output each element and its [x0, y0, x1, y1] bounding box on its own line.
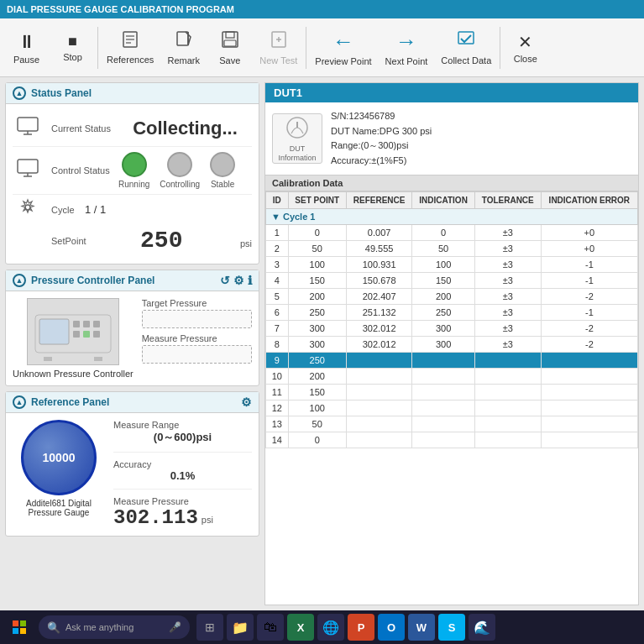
- table-row[interactable]: 3100100.931100±3-1: [266, 257, 638, 273]
- dut-details: S/N:123456789 DUT Name:DPG 300 psi Range…: [331, 109, 432, 168]
- svg-rect-12: [18, 118, 38, 131]
- save-label: Save: [219, 55, 240, 65]
- outlook-icon: O: [387, 621, 395, 634]
- svg-rect-24: [73, 331, 80, 338]
- gauge-name: Additel681 Digital Pressure Gauge: [13, 499, 105, 517]
- mic-icon: 🎤: [169, 621, 181, 633]
- word-icon: W: [416, 621, 427, 634]
- table-row[interactable]: 25049.55550±3+0: [266, 241, 638, 257]
- powerpoint-button[interactable]: P: [348, 614, 374, 641]
- start-button[interactable]: [7, 615, 32, 640]
- store-button[interactable]: 🛍: [257, 614, 284, 641]
- taskbar-search[interactable]: 🔍 Ask me anything 🎤: [39, 615, 190, 639]
- current-status-label: Current Status: [51, 123, 118, 134]
- unknown-app-button[interactable]: 🌊: [469, 614, 495, 641]
- ref-measure-unit: psi: [202, 515, 213, 525]
- calibration-table-body: ▼ Cycle 1100.0070±3+025049.55550±3+03100…: [266, 209, 638, 448]
- table-row[interactable]: 100.0070±3+0: [266, 225, 638, 241]
- remark-label: Remark: [168, 55, 201, 65]
- accuracy-section: Accuracy 0.1%: [113, 459, 252, 482]
- pressure-controller-panel: ▲ Pressure Controller Panel ↺ ⚙ ℹ: [5, 270, 259, 386]
- remark-button[interactable]: Remark: [160, 18, 207, 76]
- search-placeholder: Ask me anything: [65, 622, 134, 632]
- control-status-label: Control Status: [51, 165, 118, 175]
- target-pressure-field: Target Pressure: [142, 298, 252, 328]
- target-pressure-label: Target Pressure: [142, 298, 252, 308]
- close-button[interactable]: ✕ Close: [502, 18, 548, 76]
- table-row[interactable]: 140: [266, 432, 638, 448]
- ref-panel-header: ▲ Reference Panel ⚙: [6, 392, 259, 413]
- dut-range: Range:(0～300)psi: [331, 139, 432, 154]
- pc-panel-body: Unknown Pressure Controller Target Press…: [6, 291, 259, 385]
- pc-refresh-icon[interactable]: ↺: [220, 274, 230, 287]
- table-row[interactable]: 5200202.407200±3-2: [266, 289, 638, 305]
- toolbar-divider-2: [306, 27, 306, 69]
- calibration-data-header: Calibration Data: [265, 175, 638, 191]
- next-point-button[interactable]: → Next Point: [379, 18, 435, 76]
- setpoint-unit: psi: [240, 238, 252, 249]
- preview-point-button[interactable]: ← Preview Point: [308, 18, 378, 76]
- task-view-button[interactable]: ⊞: [196, 614, 223, 641]
- running-indicator: Running: [118, 152, 149, 189]
- stop-icon: ■: [68, 33, 77, 50]
- new-test-button[interactable]: New Test: [253, 18, 304, 76]
- collect-data-icon: [457, 30, 475, 54]
- stable-circle: [210, 152, 235, 177]
- pause-label: Pause: [13, 55, 39, 65]
- measure-range-value: (0～600)psi: [113, 430, 252, 445]
- skype-button[interactable]: S: [438, 614, 465, 641]
- control-monitor-icon: [13, 158, 43, 183]
- collect-data-button[interactable]: Collect Data: [434, 18, 498, 76]
- table-row[interactable]: 9250: [266, 353, 638, 369]
- ref-measure-pressure-section: Measure Pressure 302.113 psi: [113, 496, 252, 529]
- pc-fields: Target Pressure Measure Pressure: [142, 298, 252, 379]
- close-label: Close: [514, 54, 537, 64]
- file-explorer-button[interactable]: 📁: [227, 614, 254, 641]
- target-pressure-input[interactable]: [142, 310, 252, 328]
- pause-button[interactable]: ⏸ Pause: [3, 18, 50, 76]
- table-row[interactable]: 7300302.012300±3-2: [266, 321, 638, 337]
- ref-fields: Measure Range (0～600)psi Accuracy 0.1% M…: [113, 420, 252, 529]
- table-row[interactable]: 4150150.678150±3-1: [266, 273, 638, 289]
- ref-settings-icon[interactable]: ⚙: [241, 395, 252, 409]
- chrome-button[interactable]: 🌐: [317, 614, 344, 641]
- table-row[interactable]: 10200: [266, 369, 638, 385]
- toolbar: ⏸ Pause ■ Stop References Remark Save Ne…: [0, 18, 644, 77]
- save-button[interactable]: Save: [207, 18, 253, 76]
- table-row[interactable]: 6250251.132250±3-1: [266, 305, 638, 321]
- word-button[interactable]: W: [408, 614, 435, 641]
- dut-header: DUT1: [265, 83, 638, 102]
- ref-panel-icon: ▲: [13, 395, 26, 409]
- stop-button[interactable]: ■ Stop: [50, 18, 96, 76]
- table-row[interactable]: 8300302.012300±3-2: [266, 337, 638, 353]
- preview-point-icon: ←: [332, 29, 354, 55]
- svg-rect-11: [458, 32, 474, 44]
- pc-header-icons: ↺ ⚙ ℹ: [220, 274, 252, 287]
- col-tolerance: TOLERANCE: [474, 192, 541, 209]
- new-test-icon: [270, 30, 288, 54]
- table-row[interactable]: 12100: [266, 401, 638, 416]
- right-panel: DUT1 DUTInformation S/N:123456789 DUT Na…: [264, 82, 639, 605]
- references-button[interactable]: References: [100, 18, 160, 76]
- pc-info-icon[interactable]: ℹ: [248, 274, 252, 287]
- store-icon: 🛍: [264, 620, 277, 635]
- cycle-value: 1 / 1: [85, 203, 252, 216]
- outlook-button[interactable]: O: [378, 614, 405, 641]
- pc-settings-icon[interactable]: ⚙: [233, 274, 244, 287]
- table-row[interactable]: 1350: [266, 416, 638, 432]
- dut-title: DUT1: [274, 86, 302, 99]
- excel-button[interactable]: X: [287, 614, 314, 641]
- ref-measure-label: Measure Pressure: [113, 496, 252, 506]
- toolbar-divider-1: [97, 27, 98, 69]
- reference-gauge: 10000 Additel681 Digital Pressure Gauge: [13, 420, 105, 529]
- controlling-indicator: Controlling: [160, 152, 200, 189]
- dut-serial: S/N:123456789: [331, 109, 432, 124]
- close-icon: ✕: [518, 32, 532, 52]
- col-indication: INDICATION: [412, 192, 474, 209]
- status-panel-icon: ▲: [13, 86, 26, 100]
- ref-divider-1: [113, 452, 252, 453]
- measure-pressure-input[interactable]: [142, 345, 252, 364]
- table-row[interactable]: 11150: [266, 385, 638, 401]
- stop-label: Stop: [63, 52, 82, 62]
- measure-range-section: Measure Range (0～600)psi: [113, 420, 252, 445]
